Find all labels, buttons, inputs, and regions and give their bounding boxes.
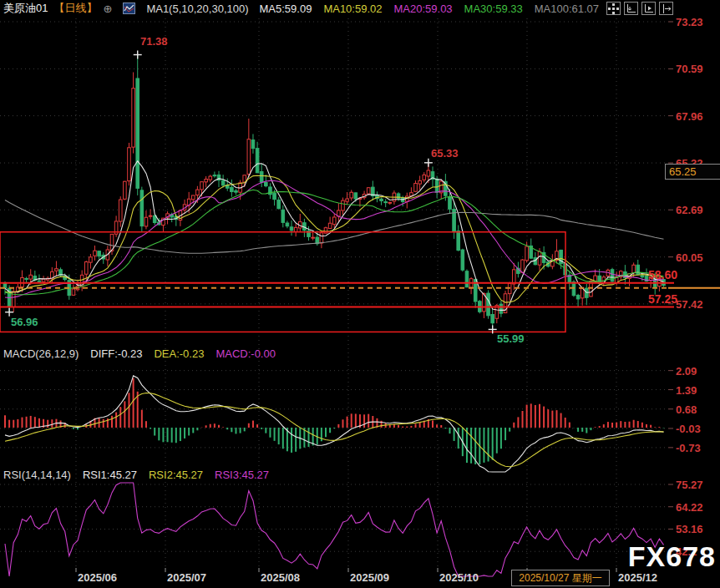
ma-value-label: MA5:59.09 [260,3,312,15]
price-axis-tick: 62.69 [676,204,719,216]
time-axis-label: 2025/09 [350,571,389,584]
price-axis-tick: 73.23 [676,16,719,28]
ma-settings-label: MA1(5,10,20,30,100) [146,3,248,15]
macd-axis-tick: -0.73 [676,441,719,454]
price-axis-tick: 70.59 [676,63,719,75]
rsi-value-label: RSI2:45.27 [149,469,203,481]
scale-right-icon[interactable] [641,2,656,15]
ma-value-label: MA100:61.07 [535,3,599,15]
rsi-axis-tick: 75.27 [676,479,719,491]
chart-header: 美原油01 【日线】 ⊕ MA1(5,10,20,30,100) MA5:59.… [3,0,599,17]
ma-value-label: MA10:59.02 [323,3,382,15]
rsi-value-label: RSI3:45.27 [215,469,269,481]
rsi-title: RSI(14,14,14) [3,469,71,481]
time-axis-label: 2025/08 [261,571,300,584]
time-axis-label: 2025/12 [618,571,657,584]
ma-value-label: MA20:59.03 [394,3,453,15]
collapse-icon[interactable]: ⊕ [103,3,112,15]
hline2-price-label: 57.25 [648,292,677,306]
timeframe-label[interactable]: 【日线】 [53,1,97,16]
macd-header: MACD(26,12,9) DIFF:-0.23DEA:-0.23MACD:-0… [3,347,276,360]
axis-price-marker: 65.25 [665,164,720,180]
rsi-value-label: RSI1:45.27 [83,469,137,481]
macd-title: MACD(26,12,9) [3,347,79,360]
symbol-name: 美原油01 [3,1,48,16]
macd-value-label: DEA:-0.23 [154,347,204,360]
time-axis-label: 2025/06 [78,571,117,584]
time-axis-label: 2025/10 [439,571,479,584]
macd-axis-tick: -0.03 [676,422,719,434]
price-axis-tick: 67.96 [676,109,719,122]
pan-right-icon[interactable] [659,2,673,15]
annotation-low-2: 55.99 [497,332,525,345]
price-axis-tick: 57.42 [676,297,719,310]
annotation-high-2: 65.33 [431,147,459,160]
macd-axis-tick: 0.68 [676,403,719,415]
price-axis-tick: 60.05 [676,251,719,263]
ma-value-label: MA30:59.33 [464,3,523,15]
annotation-high-1: 71.38 [140,35,168,48]
hline1-price-label: 58.60 [648,268,677,281]
annotation-low-1: 56.96 [11,316,38,328]
rsi-axis-tick: 64.22 [676,500,719,513]
macd-value-label: DIFF:-0.23 [90,347,142,360]
ma-legend: MA5:59.09MA10:59.02MA20:59.03MA30:59.33M… [260,3,600,15]
move-chart-icon[interactable] [606,2,621,15]
crosshair-date-label: 2025/10/27 星期一 [511,570,610,586]
scale-left-icon[interactable] [624,2,638,15]
chart-canvas[interactable] [0,0,720,588]
macd-value-label: MACD:-0.00 [215,347,276,360]
rsi-axis-tick: 53.16 [676,523,719,535]
trading-chart-window: 美原油01 【日线】 ⊕ MA1(5,10,20,30,100) MA5:59.… [0,0,720,588]
rsi-legend: RSI1:45.27RSI2:45.27RSI3:45.27 [83,469,269,481]
mini-chart-icon[interactable] [123,3,135,14]
macd-axis-tick: 1.39 [676,383,719,396]
fx678-watermark: FX678 [628,540,716,573]
macd-legend: DIFF:-0.23DEA:-0.23MACD:-0.00 [90,347,276,360]
time-axis-label: 2025/07 [167,571,206,584]
chart-toolbar [606,2,673,15]
macd-axis-tick: 2.09 [676,364,719,377]
rsi-header: RSI(14,14,14) RSI1:45.27RSI2:45.27RSI3:4… [3,469,269,481]
